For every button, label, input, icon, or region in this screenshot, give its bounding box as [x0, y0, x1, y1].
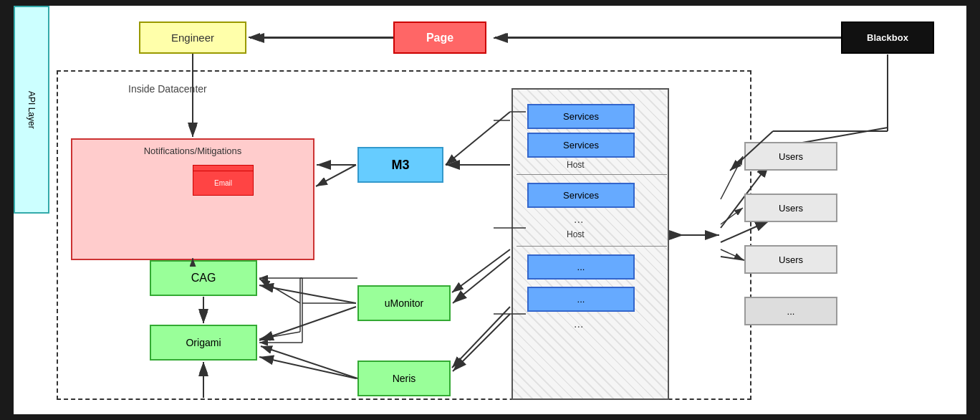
origami-box: Origami [150, 325, 257, 361]
host-label-1: Host [567, 160, 585, 170]
page-box: Page [393, 22, 486, 54]
users-label-3: Users [779, 254, 803, 265]
svg-line-28 [259, 332, 300, 339]
dots-2: ... [577, 262, 585, 272]
neris-label: Neris [393, 373, 416, 384]
svg-line-11 [259, 307, 356, 340]
origami-label: Origami [186, 337, 221, 348]
dots-box-2: ... [527, 254, 635, 280]
notifications-title: Notifications/Mitigations [144, 145, 242, 156]
engineer-box: Engineer [139, 22, 246, 54]
inside-datacenter-label: Inside Datacenter [128, 83, 207, 95]
api-layer-label: API Layer [27, 91, 37, 129]
svg-line-50 [721, 156, 743, 199]
users-label-2: Users [779, 203, 803, 214]
blackbox-box: Blackbox [841, 22, 934, 54]
svg-line-14 [453, 257, 510, 303]
svg-line-13 [259, 357, 356, 378]
page-label: Page [426, 32, 453, 44]
services-box-3: Services [527, 183, 635, 208]
notifications-box: Notifications/Mitigations Config Rollbac… [71, 138, 314, 260]
svg-line-52 [721, 249, 743, 259]
cag-box: CAG [150, 260, 257, 296]
dots-label-bottom: ... [574, 318, 583, 330]
dots-box-3: ... [527, 287, 635, 312]
blackbox-label: Blackbox [867, 32, 908, 43]
engineer-label: Engineer [171, 32, 214, 44]
users-label-4: ... [787, 306, 795, 317]
users-box-1: Users [744, 142, 837, 171]
umonitor-box: uMonitor [357, 285, 451, 321]
svg-line-41 [452, 307, 510, 368]
svg-line-22 [721, 221, 769, 242]
umonitor-label: uMonitor [385, 297, 423, 309]
svg-line-38 [316, 165, 356, 186]
svg-line-27 [259, 279, 300, 303]
email-btn[interactable]: Email [193, 171, 254, 196]
dots-3: ... [577, 294, 585, 305]
services-box-1: Services [527, 104, 635, 129]
svg-line-39 [446, 112, 510, 165]
cag-label: CAG [191, 272, 216, 285]
svg-line-15 [453, 314, 510, 371]
host-label-2: Host [567, 229, 585, 239]
api-layer-box: API Layer [14, 6, 49, 214]
svg-line-10 [259, 285, 356, 303]
users-box-4: ... [744, 297, 837, 325]
hosts-region: Services Services Host Services ... Host… [511, 88, 669, 400]
dots-label-1: ... [574, 213, 583, 226]
svg-line-40 [452, 249, 510, 292]
svg-line-47 [261, 346, 357, 378]
services-box-2: Services [527, 133, 635, 158]
m3-label: M3 [391, 158, 409, 173]
users-label-1: Users [779, 151, 803, 162]
users-box-3: Users [744, 245, 837, 274]
svg-line-51 [721, 208, 743, 224]
neris-box: Neris [357, 361, 451, 396]
m3-box: M3 [357, 147, 443, 183]
users-box-2: Users [744, 194, 837, 222]
